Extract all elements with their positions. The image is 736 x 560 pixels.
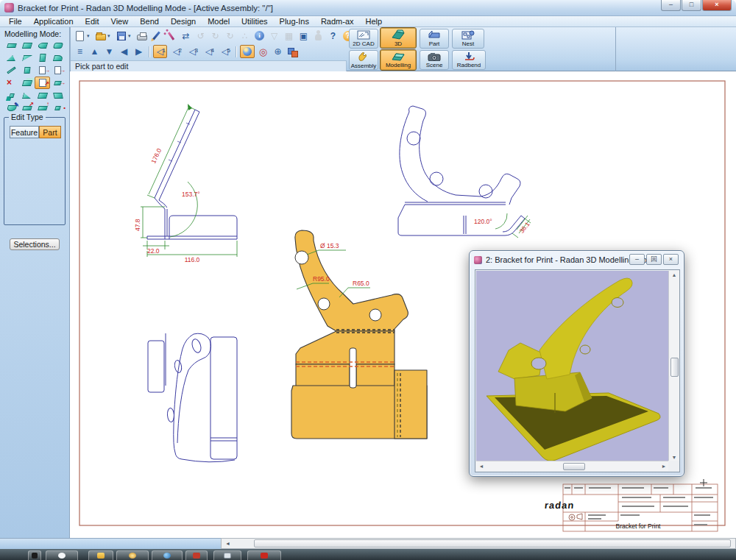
edit-type-feature-button[interactable]: Feature bbox=[10, 126, 39, 138]
tube-tool-icon[interactable] bbox=[50, 39, 66, 52]
scroll-left-icon[interactable]: ◄ bbox=[478, 464, 485, 469]
view-level-4-button[interactable]: ◁4 bbox=[202, 45, 216, 58]
canvas-horizontal-scrollbar[interactable]: ◄ bbox=[221, 538, 736, 549]
mode-part-button[interactable]: Part bbox=[420, 29, 449, 49]
title-bar[interactable]: Bracket for Print - Radan 3D Modelling M… bbox=[0, 0, 736, 16]
arrow-up-icon[interactable]: ▲ bbox=[88, 46, 101, 58]
pan-move-icon[interactable]: ⊕ bbox=[272, 46, 284, 58]
arrow-right-icon[interactable]: ▶ bbox=[132, 46, 145, 58]
vertical-scroll-thumb[interactable] bbox=[670, 358, 679, 377]
taskbar-app-7[interactable] bbox=[213, 550, 241, 560]
menu-bend[interactable]: Bend bbox=[134, 17, 165, 26]
rod-tool-icon[interactable] bbox=[4, 64, 19, 77]
menu-radmax[interactable]: Radm-ax bbox=[315, 17, 360, 26]
arrow-left-icon[interactable]: ◀ bbox=[118, 46, 130, 58]
menu-application[interactable]: Application bbox=[28, 17, 79, 26]
export-part-tool-icon[interactable]: → bbox=[50, 64, 66, 77]
elbow-tool-icon[interactable] bbox=[50, 52, 66, 64]
view-box-icon[interactable]: ▣ bbox=[297, 29, 310, 42]
edit-part-tool-icon[interactable]: ↗ bbox=[35, 77, 50, 89]
close-button[interactable]: × bbox=[702, 0, 732, 11]
mode-radbend-button[interactable]: Radbend bbox=[452, 50, 486, 70]
save-dropdown-icon[interactable]: ▾ bbox=[128, 33, 133, 39]
taskbar-app-6[interactable] bbox=[185, 550, 208, 560]
taskbar-app-1[interactable] bbox=[28, 550, 41, 560]
edit-type-part-button[interactable]: Part bbox=[39, 126, 61, 138]
taskbar-app-2[interactable] bbox=[46, 550, 78, 560]
triangle-tool-icon[interactable] bbox=[19, 52, 35, 64]
canvas-scroll-thumb[interactable] bbox=[254, 539, 731, 547]
box-tool-icon[interactable] bbox=[35, 52, 50, 64]
bend-sheet-tool-icon[interactable] bbox=[19, 39, 35, 52]
send-part-tool-icon[interactable]: → bbox=[50, 77, 66, 89]
save-icon[interactable] bbox=[115, 29, 127, 42]
taskbar-app-8[interactable] bbox=[247, 550, 281, 560]
redo-icon[interactable]: ↻ bbox=[209, 29, 222, 42]
menu-file[interactable]: File bbox=[3, 17, 28, 26]
open-dropdown-icon[interactable]: ▾ bbox=[107, 33, 113, 39]
mode-scene-button[interactable]: Scene bbox=[420, 50, 449, 70]
horizontal-scrollbar[interactable]: ◄ ► bbox=[476, 461, 669, 471]
scroll-right-icon[interactable]: ► bbox=[660, 464, 668, 469]
new-dropdown-icon[interactable]: ▾ bbox=[87, 33, 92, 39]
scroll-down-icon[interactable]: ▼ bbox=[669, 455, 679, 460]
mode-assembly-button[interactable]: Assembly bbox=[349, 50, 378, 70]
mode-3d-button[interactable]: 3D bbox=[380, 27, 417, 49]
3d-viewport[interactable] bbox=[476, 271, 669, 461]
view-level-3-button[interactable]: ◁3 bbox=[185, 45, 199, 58]
corner-blocks-tool-icon[interactable] bbox=[4, 89, 19, 102]
probe-icon[interactable] bbox=[165, 29, 177, 42]
vertical-scrollbar[interactable]: ▲ ▼ bbox=[668, 271, 679, 461]
floating-minimize-button[interactable]: – bbox=[629, 254, 645, 265]
mode-2dcad-button[interactable]: 2D CAD bbox=[349, 29, 378, 49]
scroll-up-icon[interactable]: ▲ bbox=[669, 272, 679, 277]
swap-arrows-icon[interactable]: ⇄ bbox=[180, 29, 192, 42]
fit-window-icon[interactable]: ▦ bbox=[283, 29, 295, 42]
selections-button[interactable]: Selections... bbox=[10, 238, 60, 250]
menu-model[interactable]: Model bbox=[202, 17, 236, 26]
import-part-tool-icon[interactable]: → bbox=[35, 64, 50, 77]
extrude-tool-icon[interactable] bbox=[19, 64, 35, 77]
copy-tool-icon[interactable] bbox=[19, 77, 35, 89]
canvas-scroll-left-icon[interactable]: ◄ bbox=[223, 539, 233, 547]
curl-tool-icon[interactable] bbox=[35, 39, 50, 52]
unfold-tool-icon[interactable] bbox=[50, 89, 66, 102]
filter-icon[interactable]: ▽ bbox=[268, 29, 280, 42]
menu-help[interactable]: Help bbox=[360, 17, 389, 26]
datum-tool-icon[interactable]: • bbox=[50, 102, 66, 114]
cone-tool-icon[interactable] bbox=[4, 52, 19, 64]
view-level-5-button[interactable]: ◁5 bbox=[218, 45, 232, 58]
points-icon[interactable]: ∴ bbox=[238, 29, 251, 42]
menu-utilities[interactable]: Utilities bbox=[236, 17, 273, 26]
fold-tool-icon[interactable] bbox=[35, 89, 50, 102]
taskbar-app-3[interactable] bbox=[88, 550, 113, 560]
refresh-icon[interactable]: ↻ bbox=[224, 29, 236, 42]
resize-grip[interactable] bbox=[668, 461, 679, 471]
view-level-2-button[interactable]: ◁2 bbox=[169, 45, 183, 58]
context-help-icon[interactable]: ? bbox=[327, 29, 339, 42]
minimize-button[interactable]: – bbox=[661, 0, 681, 11]
maximize-button[interactable]: □ bbox=[682, 0, 701, 11]
floating-close-button[interactable]: × bbox=[663, 254, 679, 265]
floating-restore-button[interactable]: 回 bbox=[646, 254, 662, 265]
flat-sheet-tool-icon[interactable] bbox=[4, 39, 19, 52]
level-list-icon[interactable]: ≡ bbox=[74, 46, 86, 58]
taskbar-app-5[interactable] bbox=[152, 550, 183, 560]
surface-tool-icon[interactable] bbox=[19, 89, 35, 102]
arrow-down-icon[interactable]: ▼ bbox=[103, 46, 116, 58]
menu-plugins[interactable]: Plug-Ins bbox=[274, 17, 315, 26]
user-icon[interactable] bbox=[312, 29, 325, 42]
menu-edit[interactable]: Edit bbox=[79, 17, 105, 26]
taskbar-app-4[interactable] bbox=[116, 550, 149, 560]
open-folder-icon[interactable] bbox=[94, 29, 107, 42]
horizontal-scroll-thumb[interactable] bbox=[563, 463, 585, 470]
print-icon[interactable] bbox=[135, 29, 148, 42]
menu-view[interactable]: View bbox=[105, 17, 135, 26]
edit-pencil-icon[interactable] bbox=[150, 29, 163, 42]
display-options-icon[interactable] bbox=[286, 46, 299, 58]
mode-modelling-button[interactable]: Modelling bbox=[380, 49, 417, 71]
info-icon[interactable]: i bbox=[253, 29, 266, 42]
view-level-1-button[interactable]: ◁1 bbox=[153, 45, 167, 58]
delete-tool-icon[interactable]: × bbox=[4, 77, 19, 89]
mode-nest-button[interactable]: Nest bbox=[452, 29, 484, 49]
